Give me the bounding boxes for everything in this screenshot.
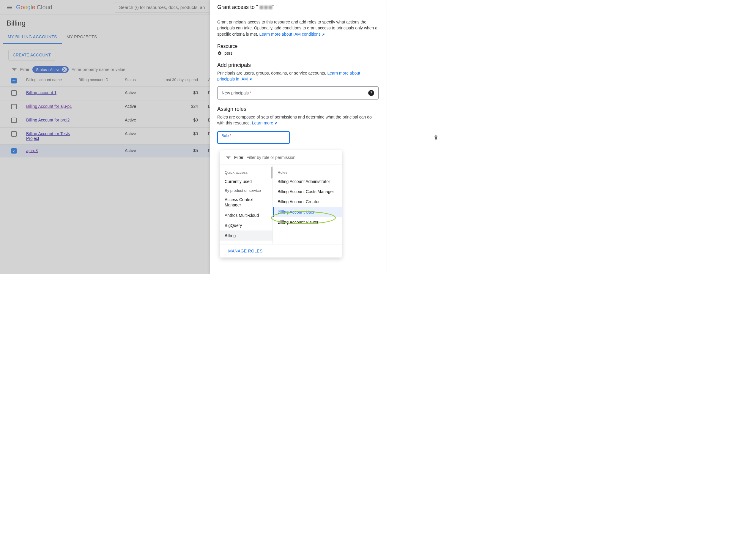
panel-title: Grant access to " " <box>210 0 386 14</box>
by-product-heading: By product or service <box>220 186 273 194</box>
panel-intro-text: Grant principals access to this resource… <box>217 19 378 37</box>
col-header-spend[interactable]: Last 30 days' spend <box>162 77 198 83</box>
dropdown-role-item[interactable]: Billing Account Costs Manager <box>273 186 342 197</box>
dropdown-filter-input[interactable] <box>246 155 336 160</box>
dropdown-role-item[interactable]: Billing Account Creator <box>273 197 342 207</box>
dropdown-category-item[interactable]: Anthos Multi-cloud <box>220 210 273 220</box>
billing-account-link[interactable]: Billing Account for proj2 <box>26 118 69 122</box>
tab-my-projects[interactable]: MY PROJECTS <box>62 30 102 44</box>
billing-account-link[interactable]: Billing account 1 <box>26 90 57 95</box>
create-account-button[interactable]: CREATE ACCOUNT <box>8 50 55 60</box>
billing-account-link[interactable]: Billing Account for aju-p1 <box>26 104 72 109</box>
status-value: Active <box>125 148 162 153</box>
status-value: Active <box>125 90 162 95</box>
row-checkbox[interactable] <box>11 104 17 109</box>
col-header-status[interactable]: Status <box>125 77 162 83</box>
filter-icon <box>11 66 17 72</box>
dropdown-filter-label: Filter <box>234 155 244 160</box>
search-placeholder: Search (/) for resources, docs, products… <box>119 5 205 10</box>
hamburger-menu-button[interactable] <box>4 1 16 13</box>
google-cloud-logo[interactable]: GoogleCloud <box>16 4 52 11</box>
external-link-icon: ⬈ <box>249 77 252 81</box>
redacted-text <box>260 6 272 9</box>
spend-value: $0 <box>162 131 198 136</box>
spend-value: $24 <box>162 104 198 109</box>
row-checkbox[interactable] <box>11 118 17 123</box>
role-dropdown: Filter Quick access Currently used By pr… <box>220 150 342 258</box>
svg-point-0 <box>219 53 220 54</box>
quick-access-heading: Quick access <box>220 168 273 177</box>
col-header-name[interactable]: Billing account name <box>26 77 78 83</box>
roles-heading: Roles <box>273 168 342 177</box>
row-checkbox[interactable] <box>11 131 17 137</box>
dropdown-role-item[interactable]: Billing Account Viewer <box>273 217 342 227</box>
billing-account-link[interactable]: Billing Account for Tests Project <box>26 131 70 141</box>
add-principals-heading: Add principals <box>217 62 378 68</box>
scrollbar[interactable] <box>271 167 273 179</box>
dropdown-category-item[interactable]: BigQuery <box>220 220 273 230</box>
search-input[interactable]: Search (/) for resources, docs, products… <box>115 2 216 13</box>
filter-icon <box>225 154 231 160</box>
status-value: Active <box>125 104 162 109</box>
manage-roles-button[interactable]: MANAGE ROLES <box>228 249 263 253</box>
menu-icon <box>6 4 13 11</box>
filter-label: Filter <box>20 67 29 72</box>
select-all-checkbox[interactable] <box>11 78 17 83</box>
tab-my-billing-accounts[interactable]: MY BILLING ACCOUNTS <box>3 30 62 44</box>
dropdown-category-item[interactable]: Billing <box>220 230 273 241</box>
status-value: Active <box>125 118 162 122</box>
assign-roles-heading: Assign roles <box>217 106 378 112</box>
row-checkbox[interactable]: ✓ <box>11 148 17 153</box>
dropdown-role-item[interactable]: Billing Account User <box>273 207 342 217</box>
help-icon[interactable]: ? <box>368 90 374 96</box>
spend-value: $0 <box>162 90 198 95</box>
resource-name: pers <box>224 51 232 56</box>
resource-heading: Resource <box>217 44 378 49</box>
filter-chip-status[interactable]: Status : Active ✕ <box>32 66 68 73</box>
external-link-icon: ⬈ <box>274 121 277 125</box>
iam-conditions-link[interactable]: Learn more about IAM conditions ⬈ <box>259 32 325 36</box>
trash-icon[interactable] <box>433 134 439 140</box>
billing-account-link[interactable]: aju-p3 <box>26 148 38 153</box>
dropdown-category-item[interactable]: Access Context Manager <box>220 194 273 210</box>
spend-value: $5 <box>162 148 198 153</box>
external-link-icon: ⬈ <box>322 32 325 36</box>
principals-text: Principals are users, groups, domains, o… <box>217 70 378 82</box>
assign-roles-text: Roles are composed of sets of permission… <box>217 114 378 126</box>
status-value: Active <box>125 131 162 136</box>
hexagon-icon <box>217 51 222 56</box>
dropdown-item-currently-used[interactable]: Currently used <box>220 177 273 186</box>
col-header-id[interactable]: Billing account ID <box>78 77 125 83</box>
role-select[interactable]: Role * <box>217 131 290 144</box>
learn-more-roles-link[interactable]: Learn more ⬈ <box>252 121 277 125</box>
remove-chip-icon[interactable]: ✕ <box>62 67 67 72</box>
row-checkbox[interactable] <box>11 90 17 96</box>
dropdown-role-item[interactable]: Billing Account Administrator <box>273 177 342 186</box>
spend-value: $0 <box>162 118 198 122</box>
new-principals-input[interactable]: New principals * ? <box>217 86 378 100</box>
